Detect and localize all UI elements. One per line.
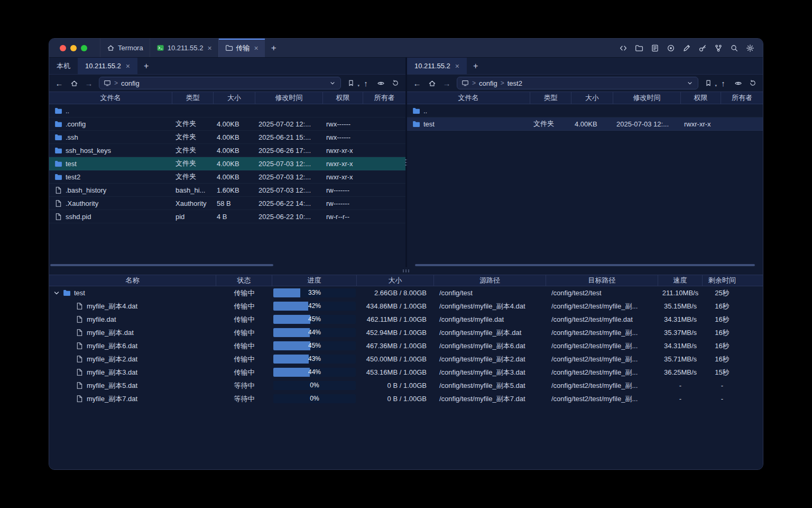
file-row[interactable]: sshd.pid pid 4 B 2025-06-22 10:... rw-r-… — [49, 210, 405, 223]
transfer-row[interactable]: myfile_副本7.dat 等待中 0% 0 B / 1.00GB /conf… — [49, 392, 763, 405]
transfer-status: 传输中 — [216, 288, 272, 298]
branch-icon[interactable] — [714, 43, 723, 52]
progress-bar: 43% — [273, 355, 356, 364]
column-header-size[interactable]: 大小 — [357, 275, 434, 286]
settings-icon[interactable] — [745, 43, 754, 52]
column-header-size[interactable]: 大小 — [214, 92, 255, 104]
file-type: Xauthority — [172, 199, 214, 207]
new-session-button[interactable]: + — [467, 58, 484, 74]
column-header-progress[interactable]: 进度 — [272, 275, 357, 286]
column-header-type[interactable]: 类型 — [172, 92, 214, 104]
column-header-name[interactable]: 名称 — [49, 275, 216, 286]
new-session-button[interactable]: + — [137, 58, 155, 74]
column-header-owner[interactable]: 所有者 — [363, 92, 405, 104]
file-row[interactable]: .. — [49, 104, 405, 117]
column-header-target[interactable]: 目标路径 — [546, 275, 658, 286]
show-hidden-icon[interactable] — [376, 78, 385, 88]
right-panel-tabbar: 10.211.55.2 × + — [407, 58, 763, 75]
folder-tab-icon — [225, 44, 233, 52]
file-row[interactable]: ssh_host_keys 文件夹 4.00KB 2025-06-26 17:.… — [49, 144, 405, 157]
close-window-button[interactable] — [60, 45, 66, 51]
edit-icon[interactable] — [682, 43, 691, 52]
column-header-perm[interactable]: 权限 — [681, 92, 721, 104]
scrollbar-thumb[interactable] — [50, 264, 273, 266]
new-tab-button[interactable]: + — [265, 39, 283, 57]
home-button[interactable] — [427, 78, 437, 88]
back-button[interactable]: ← — [54, 78, 64, 88]
path-bar[interactable]: > config > test2 — [457, 77, 698, 89]
column-header-mtime[interactable]: 修改时间 — [255, 92, 323, 104]
column-header-remaining[interactable]: 剩余时间 — [703, 275, 763, 286]
transfer-row[interactable]: myfile_副本4.dat 传输中 42% 434.86MB / 1.00GB… — [49, 300, 763, 313]
column-header-mtime[interactable]: 修改时间 — [613, 92, 681, 104]
column-header-size[interactable]: 大小 — [571, 92, 613, 104]
file-row[interactable]: .bash_history bash_hi... 1.60KB 2025-07-… — [49, 184, 405, 197]
horizontal-scrollbar[interactable] — [50, 264, 404, 266]
column-header-owner[interactable]: 所有者 — [721, 92, 763, 104]
column-header-status[interactable]: 状态 — [216, 275, 272, 286]
column-header-name[interactable]: 文件名 — [49, 92, 172, 104]
code-icon[interactable] — [619, 43, 628, 52]
chevron-down-icon[interactable] — [329, 79, 336, 87]
bookmark-icon[interactable]: ▾ — [346, 78, 356, 88]
forward-button[interactable]: → — [84, 78, 94, 88]
panel-tab-label: 10.211.55.2 — [85, 62, 121, 70]
panel-tab[interactable]: 10.211.55.2 × — [407, 58, 467, 74]
column-header-speed[interactable]: 速度 — [658, 275, 703, 286]
bookmark-icon[interactable]: ▾ — [704, 78, 713, 88]
title-tab[interactable]: 传输 × — [218, 39, 265, 57]
minimize-window-button[interactable] — [70, 45, 77, 51]
transfer-splitter[interactable] — [49, 267, 763, 275]
path-segment[interactable]: config — [121, 79, 140, 87]
refresh-icon[interactable] — [748, 78, 758, 88]
transfer-row[interactable]: myfile.dat 传输中 45% 462.11MB / 1.00GB /co… — [49, 313, 763, 326]
column-header-name[interactable]: 文件名 — [407, 92, 530, 104]
transfer-row[interactable]: test 传输中 33% 2.66GB / 8.00GB /config/tes… — [49, 286, 763, 300]
transfer-row[interactable]: myfile_副本6.dat 传输中 45% 467.36MB / 1.00GB… — [49, 339, 763, 352]
record-icon[interactable] — [666, 43, 675, 52]
home-button[interactable] — [69, 78, 79, 88]
path-segment[interactable]: test2 — [508, 79, 522, 87]
back-button[interactable]: ← — [412, 78, 422, 88]
refresh-icon[interactable] — [391, 78, 400, 88]
panel-tab[interactable]: 本机 × — [49, 58, 78, 74]
close-icon[interactable]: × — [455, 62, 459, 70]
file-row[interactable]: test 文件夹 4.00KB 2025-07-03 12:... rwxr-x… — [407, 117, 763, 131]
column-header-source[interactable]: 源路径 — [434, 275, 546, 286]
folder-icon[interactable] — [634, 43, 643, 52]
close-icon[interactable]: × — [254, 44, 259, 52]
title-tab[interactable]: 10.211.55.2 × — [150, 39, 218, 57]
upload-button[interactable]: ↑ — [361, 78, 371, 88]
path-separator: > — [501, 79, 504, 87]
path-bar[interactable]: > config — [99, 77, 341, 89]
show-hidden-icon[interactable] — [733, 78, 743, 88]
column-header-perm[interactable]: 权限 — [323, 92, 363, 104]
file-row[interactable]: .. — [407, 104, 763, 117]
search-icon[interactable] — [730, 43, 739, 52]
file-row[interactable]: .ssh 文件夹 4.00KB 2025-06-21 15:... rwx---… — [49, 131, 405, 144]
column-header-type[interactable]: 类型 — [530, 92, 571, 104]
log-icon[interactable] — [650, 43, 659, 52]
panel-tab[interactable]: 10.211.55.2 × — [78, 58, 137, 74]
transfer-row[interactable]: myfile_副本2.dat 传输中 43% 450.00MB / 1.00GB… — [49, 352, 763, 366]
file-row[interactable]: .config 文件夹 4.00KB 2025-07-02 12:... rwx… — [49, 117, 405, 131]
title-tab[interactable]: Termora × — [100, 39, 150, 57]
transfer-row[interactable]: myfile_副本5.dat 等待中 0% 0 B / 1.00GB /conf… — [49, 379, 763, 392]
chevron-down-icon[interactable] — [686, 79, 694, 87]
close-icon[interactable]: × — [207, 44, 211, 52]
path-segment[interactable]: config — [479, 79, 497, 87]
file-type: pid — [172, 213, 214, 221]
scrollbar-thumb[interactable] — [415, 264, 754, 266]
transfer-row[interactable]: myfile_副本3.dat 传输中 44% 453.16MB / 1.00GB… — [49, 366, 763, 379]
transfer-row[interactable]: myfile_副本.dat 传输中 44% 452.94MB / 1.00GB … — [49, 326, 763, 339]
horizontal-scrollbar[interactable] — [408, 264, 762, 266]
forward-button[interactable]: → — [442, 78, 451, 88]
key-icon[interactable] — [698, 43, 707, 52]
file-row[interactable]: .Xauthority Xauthority 58 B 2025-06-22 1… — [49, 197, 405, 210]
chevron-down-icon[interactable] — [53, 290, 60, 296]
file-row[interactable]: test 文件夹 4.00KB 2025-07-03 12:... rwxr-x… — [49, 157, 405, 170]
upload-button[interactable]: ↑ — [718, 78, 728, 88]
file-row[interactable]: test2 文件夹 4.00KB 2025-07-03 12:... rwxr-… — [49, 170, 405, 184]
zoom-window-button[interactable] — [81, 45, 87, 51]
close-icon[interactable]: × — [126, 62, 130, 70]
